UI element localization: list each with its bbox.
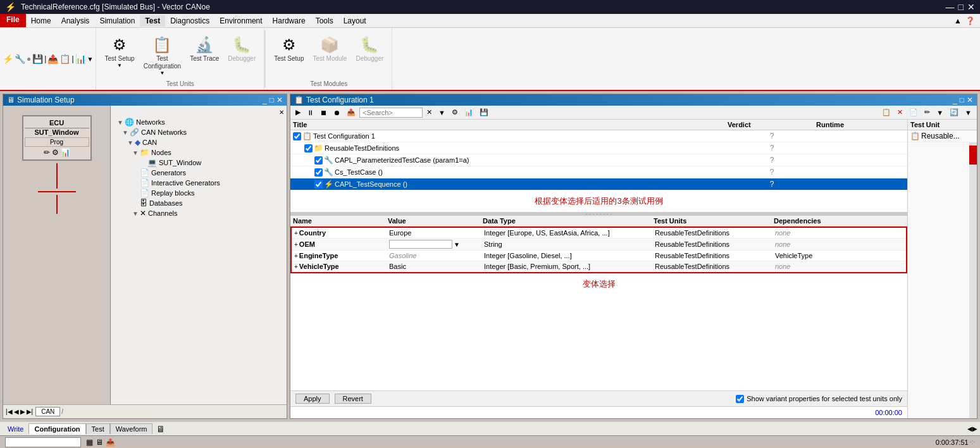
list-item[interactable]: + EngineType Gasoline Integer [Gasoline,… <box>292 251 906 261</box>
qat-icon5[interactable]: 📋 <box>59 54 70 64</box>
tree-interactive-gen[interactable]: 📄 Interactive Generators <box>112 178 285 188</box>
qat-icon1[interactable]: ⚡ <box>3 54 13 64</box>
row-cs-check[interactable] <box>314 168 323 177</box>
qat-save[interactable]: 💾 <box>32 54 43 64</box>
tc-maximize[interactable]: □ <box>960 96 964 104</box>
help-btn[interactable]: ❓ <box>965 16 975 25</box>
qat-icon4[interactable]: 📤 <box>47 54 58 64</box>
tc-right-btn5[interactable]: ▼ <box>934 108 946 118</box>
status-icon3[interactable]: 📤 <box>106 438 115 447</box>
bt-oem-expand[interactable]: + <box>294 241 298 248</box>
row-capl-param-check[interactable] <box>314 156 323 165</box>
list-item[interactable]: + VehicleType Basic Integer [Basic, Prem… <box>292 261 906 272</box>
tree-close-btn[interactable]: ✕ <box>279 109 284 116</box>
bt-engine-expand[interactable]: + <box>294 252 298 259</box>
tree-generators[interactable]: 📄 Generators <box>112 168 285 178</box>
tab-test[interactable]: Test <box>86 423 110 434</box>
tc-icon-btn2[interactable]: ⚙ <box>449 107 461 118</box>
ecu-settings-icon[interactable]: ⚙ <box>52 148 59 157</box>
row-capl-seq-check[interactable] <box>314 180 323 189</box>
tc-dropdown-btn[interactable]: ▼ <box>436 108 448 118</box>
table-row[interactable]: 📁 ReusableTestDefinitions ? <box>290 142 907 154</box>
home-menu[interactable]: Home <box>26 15 56 27</box>
tab-scroll-left[interactable]: ◀ <box>967 425 972 432</box>
hardware-menu[interactable]: Hardware <box>268 15 311 27</box>
tc-right-btn6[interactable]: 🔄 <box>947 107 961 118</box>
tab-icon[interactable]: 🖥 <box>152 423 169 435</box>
show-variant-checkbox[interactable] <box>736 395 744 403</box>
tab-scroll-right[interactable]: ▶ <box>972 425 977 432</box>
table-row[interactable]: 🔧 CAPL_ParameterizedTestCase (param1=a) … <box>290 154 907 166</box>
nav-next-next[interactable]: ▶| <box>27 408 34 415</box>
close-btn[interactable]: ✕ <box>967 2 975 12</box>
bt-country-expand[interactable]: + <box>294 230 298 237</box>
status-icon2[interactable]: 🖥 <box>96 438 103 447</box>
test-configuration-btn[interactable]: 📋 TestConfiguration ▼ <box>140 33 184 78</box>
tree-channels[interactable]: ▼ ✕ Channels <box>112 208 285 218</box>
ribbon-collapse-btn[interactable]: ▲ <box>954 16 962 25</box>
tc-search-input[interactable] <box>359 108 423 118</box>
environment-menu[interactable]: Environment <box>214 15 267 27</box>
analysis-menu[interactable]: Analysis <box>56 15 95 27</box>
qat-icon3[interactable]: ● <box>27 54 31 63</box>
tree-can[interactable]: ▼ ◆ CAN <box>112 137 285 147</box>
revert-button[interactable]: Revert <box>335 394 371 404</box>
tools-menu[interactable]: Tools <box>311 15 338 27</box>
tc-record-btn[interactable]: ⏺ <box>331 108 343 118</box>
tc-pause-btn[interactable]: ⏸ <box>304 108 316 118</box>
sim-setup-maximize[interactable]: □ <box>270 96 274 104</box>
tree-databases[interactable]: 🗄 Databases <box>112 198 285 208</box>
ecu-edit-icon[interactable]: ✏ <box>44 148 50 157</box>
tc-minimize[interactable]: _ <box>953 96 957 104</box>
tc-icon-btn1[interactable]: 📤 <box>344 107 358 118</box>
bt-vehicle-expand[interactable]: + <box>294 263 298 270</box>
tc-right-btn2[interactable]: ✕ <box>895 107 905 118</box>
test-config-dropdown[interactable]: ▼ <box>159 70 164 76</box>
tc-search-clear[interactable]: ✕ <box>424 107 435 118</box>
tab-configuration[interactable]: Configuration <box>28 423 85 434</box>
tc-stop-btn[interactable]: ⏹ <box>318 108 330 118</box>
bt-oem-value-input[interactable] <box>389 240 452 249</box>
qat-icon2[interactable]: 🔧 <box>15 54 25 64</box>
tc-close[interactable]: ✕ <box>967 96 973 104</box>
tree-nodes[interactable]: ▼ 📁 Nodes <box>112 147 285 158</box>
nav-prev[interactable]: ◀ <box>14 408 19 415</box>
table-row[interactable]: ⚡ CAPL_TestSequence () ? <box>290 178 907 190</box>
qat-icon6[interactable]: 📊 <box>75 54 86 64</box>
maximize-btn[interactable]: □ <box>958 2 964 12</box>
qat-dropdown[interactable]: ▼ <box>87 56 94 63</box>
file-menu[interactable]: File <box>0 14 26 27</box>
table-row[interactable]: 🔧 Cs_TestCase () ? <box>290 166 907 178</box>
ecu-graph-icon[interactable]: 📊 <box>61 148 70 157</box>
table-row[interactable]: 📋 Test Configuration 1 ? <box>290 130 907 142</box>
nav-next[interactable]: ▶ <box>20 408 25 415</box>
tc-right-btn3[interactable]: 📄 <box>907 107 921 118</box>
simulation-menu[interactable]: Simulation <box>94 15 140 27</box>
tc-right-btn7[interactable]: ▼ <box>962 108 974 118</box>
tc-right-btn1[interactable]: 📋 <box>879 107 893 118</box>
diagnostics-menu[interactable]: Diagnostics <box>165 15 214 27</box>
tree-networks[interactable]: ▼ 🌐 Networks <box>112 117 285 127</box>
status-icon1[interactable]: ▦ <box>86 438 93 447</box>
minimize-btn[interactable]: — <box>946 2 955 12</box>
status-input[interactable] <box>5 437 81 447</box>
tc-right-btn4[interactable]: ✏ <box>922 107 933 118</box>
test-setup-dropdown-1[interactable]: ▼ <box>117 63 122 68</box>
tc-icon-btn3[interactable]: 📊 <box>462 107 476 118</box>
layout-menu[interactable]: Layout <box>338 15 371 27</box>
test-setup-btn-2[interactable]: ⚙ Test Setup <box>271 33 307 65</box>
test-setup-btn-1[interactable]: ⚙ Test Setup ▼ <box>101 33 137 70</box>
sim-setup-close[interactable]: ✕ <box>276 96 283 104</box>
row-reusable-check[interactable] <box>304 144 313 152</box>
can-tab[interactable]: CAN <box>35 407 60 416</box>
sim-setup-minimize[interactable]: _ <box>263 96 267 104</box>
row-config1-check[interactable] <box>293 132 301 140</box>
tab-waveform[interactable]: Waveform <box>110 423 153 434</box>
tree-sut-window[interactable]: 💻 SUT_Window <box>112 158 285 168</box>
tc-play-btn[interactable]: ▶ <box>293 107 303 118</box>
test-menu[interactable]: Test <box>140 15 165 27</box>
write-tab[interactable]: Write <box>3 424 28 434</box>
tree-replay-blocks[interactable]: 📄 Replay blocks <box>112 188 285 198</box>
test-trace-btn[interactable]: 🔬 Test Trace <box>187 33 222 65</box>
tc-icon-btn4[interactable]: 💾 <box>477 107 491 118</box>
